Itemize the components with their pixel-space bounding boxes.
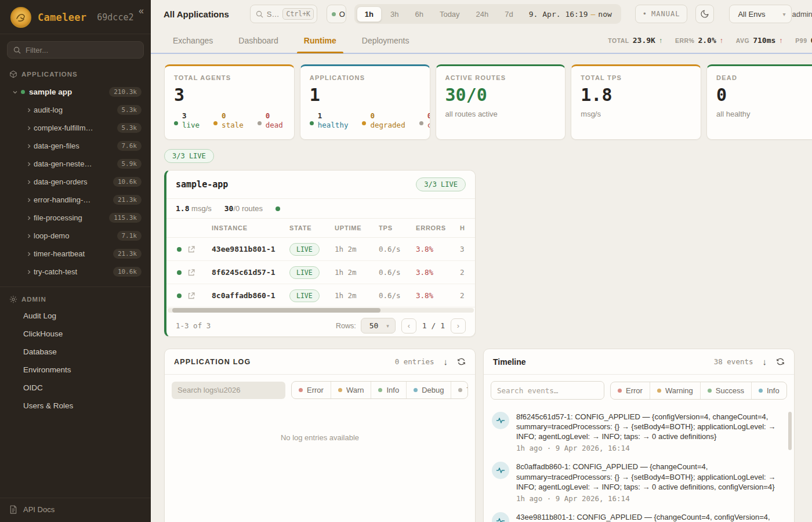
sidebar-item-users-roles[interactable]: Users & Roles	[0, 397, 151, 415]
filter-warning[interactable]: Warning	[650, 382, 700, 399]
rows-per-page-select[interactable]: 50▾	[361, 318, 396, 334]
time-range-3h[interactable]: 3h	[383, 7, 406, 21]
external-link-icon[interactable]	[187, 292, 212, 300]
filter-info[interactable]: Info	[371, 382, 406, 398]
tree-item-data-gen-orders[interactable]: data-gen-orders10.6k	[5, 173, 146, 191]
filter-error[interactable]: Error	[611, 382, 650, 399]
search-placeholder: S…	[267, 10, 280, 19]
chevron-right-icon[interactable]	[24, 215, 34, 221]
api-docs-link[interactable]: API Docs	[0, 498, 151, 522]
tree-item-data-gen-files[interactable]: data-gen-files7.6k	[5, 137, 146, 155]
timeline-event[interactable]: 43ee9811b801-1: CONFIG_APPLIED — {change…	[492, 512, 786, 522]
scrollbar-thumb[interactable]	[172, 308, 380, 313]
sidebar-collapse-icon[interactable]: «	[139, 6, 144, 16]
filter-success[interactable]: Success	[700, 382, 751, 399]
dark-mode-toggle[interactable]	[695, 5, 714, 23]
filter-warn[interactable]: Warn	[331, 382, 371, 398]
filter-debug[interactable]: Debug	[406, 382, 451, 398]
tree-item-data-gen-nested[interactable]: data-gen-neste…5.9k	[5, 155, 146, 173]
tab-dashboard[interactable]: Dashboard	[237, 29, 280, 52]
time-range-1h[interactable]: 1h	[357, 6, 382, 22]
refresh-icon[interactable]	[776, 357, 785, 366]
time-range-24h[interactable]: 24h	[469, 7, 496, 21]
chevron-right-icon[interactable]	[24, 269, 34, 275]
chevron-right-icon[interactable]	[24, 125, 34, 131]
sidebar-filter-input[interactable]	[26, 46, 137, 55]
prev-page-button[interactable]: ‹	[401, 318, 416, 334]
table-row[interactable]: 8c0affadb860-1 LIVE 1h 2m 0.6/s 3.8% 2	[166, 284, 475, 307]
external-link-icon[interactable]	[187, 269, 212, 277]
filter-info[interactable]: Info	[751, 382, 786, 399]
live-badge: 3/3 LIVE	[164, 149, 214, 163]
state-badge: LIVE	[289, 266, 320, 279]
cube-icon	[9, 70, 17, 78]
count-badge: 5.3k	[117, 105, 142, 115]
tree-item-complex-fulfillment[interactable]: complex-fulfillm…5.3k	[5, 119, 146, 137]
empty-state-message: No log entries available	[165, 405, 475, 442]
timeline-event[interactable]: 8f6245c61d57-1: CONFIG_APPLIED — {config…	[492, 412, 786, 452]
chevron-right-icon[interactable]	[24, 161, 34, 167]
timeline-filter-row: Error Warning Success Info	[484, 375, 794, 406]
chevron-right-icon[interactable]	[24, 197, 34, 203]
sidebar-item-clickhouse[interactable]: ClickHouse	[0, 325, 151, 343]
tab-runtime[interactable]: Runtime	[303, 29, 338, 52]
tree-item-loop-demo[interactable]: loop-demo7.1k	[5, 227, 146, 245]
red-dot-icon	[299, 388, 303, 392]
table-row[interactable]: 8f6245c61d57-1 LIVE 1h 2m 0.6/s 3.8% 2	[166, 261, 475, 284]
sidebar-item-audit-log[interactable]: Audit Log	[0, 307, 151, 325]
timeline-search-input[interactable]	[491, 381, 604, 400]
amber-dot-icon	[338, 388, 342, 392]
sidebar-item-oidc[interactable]: OIDC	[0, 379, 151, 397]
brand-name: Cameleer	[38, 12, 86, 23]
chevron-right-icon[interactable]	[24, 233, 34, 239]
tree-item-timer-heartbeat[interactable]: timer-heartbeat21.3k	[5, 245, 146, 263]
chevron-down-icon[interactable]	[10, 89, 20, 95]
event-timestamp: 1h ago · 9 Apr 2026, 16:14	[516, 444, 786, 452]
chevron-right-icon[interactable]	[24, 107, 34, 113]
filter-error[interactable]: Error	[292, 382, 331, 398]
tree-item-error-handling[interactable]: error-handling-…21.3k	[5, 191, 146, 209]
time-range-today[interactable]: Today	[432, 7, 467, 21]
chevron-right-icon[interactable]	[24, 251, 34, 257]
app-name[interactable]: sample-app	[176, 179, 228, 190]
application-tree: sample app 210.3k audit-log5.3k complex-…	[0, 82, 151, 281]
download-icon[interactable]: ↓	[763, 357, 767, 367]
panel-title: APPLICATION LOG	[174, 358, 251, 366]
download-icon[interactable]: ↓	[444, 357, 448, 367]
manual-mode-button[interactable]: • MANUAL	[635, 5, 688, 23]
up-arrow-icon: ↑	[779, 37, 782, 45]
online-status-button[interactable]: O	[327, 5, 346, 23]
tree-item-try-catch-test[interactable]: try-catch-test10.6k	[5, 263, 146, 281]
tree-item-file-processing[interactable]: file-processing115.3k	[5, 209, 146, 227]
filter-trace[interactable]: Trace	[451, 382, 468, 398]
log-search-input[interactable]	[172, 382, 285, 399]
timeline-event[interactable]: 8c0affadb860-1: CONFIG_APPLIED — {change…	[492, 462, 786, 502]
chevron-right-icon[interactable]	[24, 179, 34, 185]
table-row[interactable]: 43ee9811b801-1 LIVE 1h 2m 0.6/s 3.8% 3	[166, 238, 475, 261]
time-range-6h[interactable]: 6h	[407, 7, 430, 21]
instances-table: INSTANCE STATE UPTIME TPS ERRORS H 43ee9…	[166, 218, 475, 313]
event-timestamp: 1h ago · 9 Apr 2026, 16:14	[516, 494, 786, 503]
up-arrow-icon: ↑	[659, 37, 662, 45]
tab-deployments[interactable]: Deployments	[361, 29, 411, 52]
tree-item-sample-app[interactable]: sample app 210.3k	[5, 83, 146, 101]
card-applications: APPLICATIONS 1 1healthy 0degraded 0criti…	[300, 64, 430, 140]
date-range-display[interactable]: 9. Apr. 16:19—now	[522, 10, 619, 19]
build-id: 69dcce2	[97, 12, 133, 23]
count-badge: 115.3k	[109, 213, 142, 223]
timeline-scrollbar-thumb[interactable]	[788, 412, 792, 450]
external-link-icon[interactable]	[187, 245, 212, 253]
next-page-button[interactable]: ›	[451, 318, 466, 334]
tree-item-audit-log[interactable]: audit-log5.3k	[5, 101, 146, 119]
chevron-right-icon[interactable]	[24, 143, 34, 149]
global-search[interactable]: S… Ctrl+K	[250, 5, 317, 23]
sidebar-filter[interactable]	[7, 41, 144, 59]
sidebar-item-environments[interactable]: Environments	[0, 361, 151, 379]
refresh-icon[interactable]	[457, 357, 466, 366]
sidebar-item-database[interactable]: Database	[0, 343, 151, 361]
timeline-filters: Error Warning Success Info	[610, 382, 787, 400]
time-range-7d[interactable]: 7d	[497, 7, 520, 21]
count-badge: 10.6k	[113, 267, 142, 277]
tab-exchanges[interactable]: Exchanges	[172, 29, 214, 52]
environment-select[interactable]: All Envs ▾	[729, 5, 792, 23]
